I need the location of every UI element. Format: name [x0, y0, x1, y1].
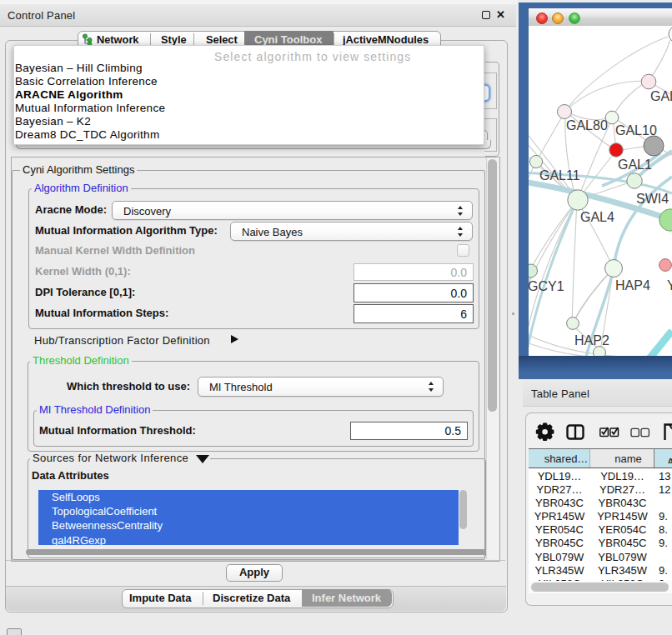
svg-text:GAL80: GAL80	[566, 118, 608, 132]
svg-text:GAL1: GAL1	[618, 158, 652, 172]
svg-text:GAL4: GAL4	[580, 210, 614, 224]
svg-text:GAL10: GAL10	[615, 123, 657, 138]
svg-text:HAP2: HAP2	[574, 333, 609, 348]
svg-text:SWI4: SWI4	[636, 192, 669, 206]
svg-text:GAL11: GAL11	[539, 168, 580, 182]
svg-text:HAP4: HAP4	[615, 278, 650, 292]
svg-text:Y: Y	[667, 278, 672, 292]
svg-text:GAL7: GAL7	[650, 89, 672, 103]
svg-text:GCY1: GCY1	[529, 279, 564, 293]
